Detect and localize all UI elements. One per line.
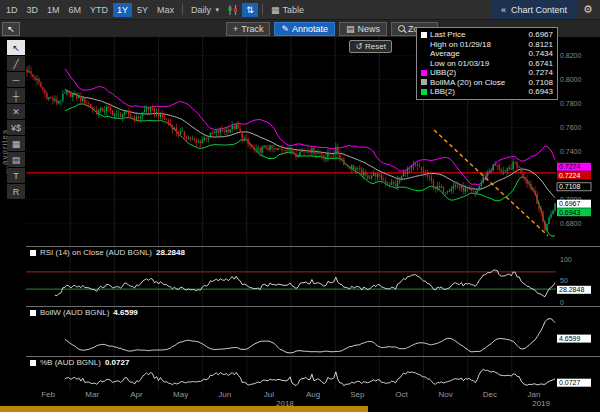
month-label: Jan — [512, 390, 556, 399]
rsi-swatch — [30, 250, 36, 256]
top-toolbar: 1D 3D 1M 6M YTD 1Y 5Y Max Daily ▼ ⇅ ▦ Ta… — [0, 0, 600, 19]
svg-text:50: 50 — [560, 277, 568, 284]
compare-arrows-icon[interactable]: ⇅ — [242, 3, 258, 17]
collapse-chevrons-icon: « — [501, 5, 506, 15]
tool-cursor[interactable]: ↖ — [7, 40, 25, 55]
svg-text:0.6967: 0.6967 — [559, 200, 581, 207]
table-button[interactable]: ▦ Table — [267, 3, 308, 17]
legend-value: 0.6967 — [529, 30, 553, 40]
pctb-label: %B (AUD BGNL) — [40, 358, 101, 367]
tool-text[interactable]: T — [7, 168, 25, 183]
tool-chart-type[interactable]: ▦ — [7, 136, 25, 151]
gear-icon: ⚙ — [583, 3, 593, 16]
legend-label: High on 01/29/18 — [430, 40, 526, 50]
svg-text:0.0727: 0.0727 — [559, 379, 581, 386]
legend-value: 0.7274 — [529, 68, 553, 78]
bollw-value: 4.6599 — [113, 308, 137, 317]
news-button[interactable]: ▤ News — [339, 22, 387, 36]
bollw-swatch — [30, 310, 36, 316]
period-dropdown[interactable]: Daily ▼ — [187, 3, 224, 17]
pctb-value: 0.0727 — [105, 358, 129, 367]
chart-content-area: ↖ ╱ ─ ┼ ✕ ¥$ ▦ ▤ T R …avorites 0.82000.8… — [0, 37, 600, 390]
svg-text:4.6599: 4.6599 — [559, 335, 581, 342]
tool-layers[interactable]: ▤ — [7, 152, 25, 167]
cursor-icon: ↖ — [7, 24, 15, 34]
pointer-tool-button[interactable]: ↖ — [2, 22, 20, 36]
pctb-panel: 0.0727 %B (AUD BGNL) 0.0727 — [26, 356, 600, 390]
legend-label: Low on 01/03/19 — [430, 59, 526, 69]
news-lines-icon: ▤ — [346, 24, 355, 34]
tool-horizontal-line[interactable]: ─ — [7, 72, 25, 87]
svg-text:0.7400: 0.7400 — [560, 148, 582, 155]
range-3d-button[interactable]: 3D — [23, 3, 43, 17]
svg-text:100: 100 — [560, 256, 572, 263]
legend-label: LBB(2) — [430, 87, 526, 97]
legend-value: 0.6741 — [529, 59, 553, 69]
tool-trendline[interactable]: ╱ — [7, 56, 25, 71]
legend-value: 0.7108 — [529, 78, 553, 88]
month-label: Oct — [379, 390, 423, 399]
rsi-label: RSI (14) on Close (AUD BGNL) — [40, 248, 152, 257]
chevron-down-icon: ▼ — [214, 7, 220, 13]
range-6m-button[interactable]: 6M — [65, 3, 86, 17]
svg-text:0.7800: 0.7800 — [560, 100, 582, 107]
tool-delete[interactable]: ✕ — [7, 104, 25, 119]
month-label: Nov — [424, 390, 468, 399]
bollw-panel: 4.6599 BollW (AUD BGNL) 4.6599 — [26, 306, 600, 356]
drawing-tools-sidebar: ↖ ╱ ─ ┼ ✕ ¥$ ▦ ▤ T R …avorites — [0, 37, 26, 390]
month-label: May — [159, 390, 203, 399]
month-label: Mar — [70, 390, 114, 399]
annotation-button-group: + Track ✎ Annotate ▤ News Zoom — [226, 22, 438, 36]
legend-row-last-price: Last Price 0.6967 — [421, 30, 553, 40]
legend-row-bollma: BollMA (20) on Close 0.7108 — [421, 78, 553, 88]
tool-crosshair[interactable]: ┼ — [7, 88, 25, 103]
range-1d-button[interactable]: 1D — [2, 3, 22, 17]
track-label: Track — [241, 24, 263, 34]
candlestick-style-icon[interactable] — [225, 3, 241, 17]
month-label: Aug — [291, 390, 335, 399]
chart-legend: Last Price 0.6967 High on 01/29/18 0.812… — [416, 27, 558, 100]
period-dropdown-label: Daily — [191, 5, 211, 15]
tool-regression[interactable]: R — [7, 184, 25, 199]
year-label-2019: 2019 — [532, 399, 550, 408]
legend-value: 0.7434 — [529, 49, 553, 59]
main-price-panel: 0.82000.80000.78000.76000.74000.72000.70… — [26, 37, 600, 246]
crosshair-icon: ┼ — [13, 91, 19, 101]
range-1m-button[interactable]: 1M — [43, 3, 64, 17]
range-ytd-button[interactable]: YTD — [86, 3, 112, 17]
bollw-panel-header: BollW (AUD BGNL) 4.6599 — [30, 308, 138, 317]
legend-row-average: Average 0.7434 — [421, 49, 553, 59]
chart-grid-icon: ▦ — [12, 139, 21, 149]
rsi-value: 28.2848 — [156, 248, 185, 257]
pctb-panel-header: %B (AUD BGNL) 0.0727 — [30, 358, 129, 367]
favorites-tab[interactable]: …avorites — [0, 129, 9, 174]
month-label: Sep — [335, 390, 379, 399]
svg-text:28.2848: 28.2848 — [559, 286, 584, 293]
range-max-button[interactable]: Max — [153, 3, 178, 17]
legend-label: UBB(2) — [430, 68, 526, 78]
x-axis-area: Feb Mar Apr May Jun Jul Aug Sep Oct Nov … — [0, 390, 600, 412]
svg-text:0.6800: 0.6800 — [560, 220, 582, 227]
chart-content-button[interactable]: « Chart Content — [491, 0, 577, 19]
reset-icon: ↺ — [355, 42, 362, 51]
svg-text:0.7600: 0.7600 — [560, 124, 582, 131]
track-button[interactable]: + Track — [226, 22, 270, 36]
svg-text:0.7274: 0.7274 — [559, 163, 581, 170]
tool-currency[interactable]: ¥$ — [7, 120, 25, 135]
ubb-swatch — [421, 70, 427, 76]
range-5y-button[interactable]: 5Y — [133, 3, 152, 17]
rsi-panel: 10050028.2848 RSI (14) on Close (AUD BGN… — [26, 246, 600, 306]
track-plus-icon: + — [233, 24, 238, 34]
settings-button[interactable]: ⚙ — [578, 0, 598, 19]
table-grid-icon: ▦ — [271, 5, 280, 15]
reset-button[interactable]: ↺ Reset — [349, 40, 392, 53]
month-label: Dec — [468, 390, 512, 399]
chart-content-label: Chart Content — [511, 5, 567, 15]
range-1y-button[interactable]: 1Y — [113, 3, 132, 17]
legend-row-high: High on 01/29/18 0.8121 — [421, 40, 553, 50]
svg-text:0.7108: 0.7108 — [559, 183, 581, 190]
last-price-swatch — [421, 32, 427, 38]
legend-row-lbb: LBB(2) 0.6943 — [421, 87, 553, 97]
annotate-button[interactable]: ✎ Annotate — [274, 22, 335, 36]
toolbar-divider — [182, 4, 183, 15]
